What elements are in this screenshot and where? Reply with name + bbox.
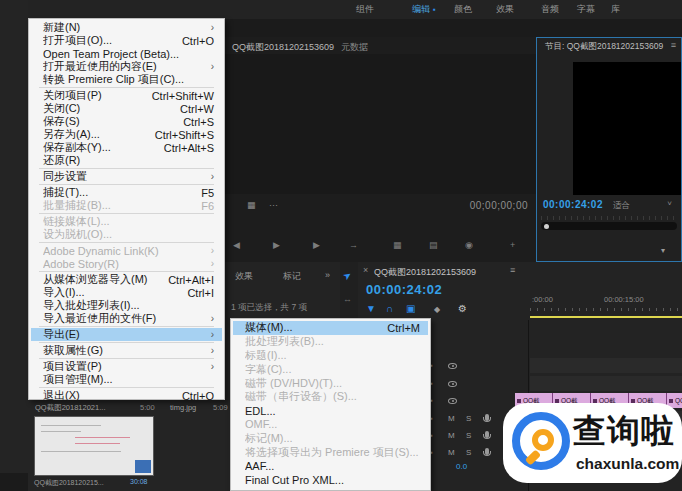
mic-icon[interactable] — [485, 448, 489, 455]
track-visibility-eye-icon[interactable] — [448, 381, 457, 387]
workspace-tab-4[interactable]: 效果 — [496, 3, 514, 16]
file-menu-dropdown: 新建(N)›打开项目(O)...Ctrl+OOpen Team Project … — [28, 18, 225, 400]
menu-item-label: 项目管理(M)... — [43, 372, 214, 387]
overflow-dots-icon[interactable]: ··· — [269, 200, 278, 210]
overwrite-icon[interactable]: ▤ — [429, 240, 438, 250]
clip-frame-icon — [669, 399, 673, 403]
menu-item-shortcut: Ctrl+O — [182, 35, 214, 47]
workspace-tab-3[interactable]: 颜色 — [454, 3, 472, 16]
file-menu-item[interactable]: 导入最近使用的文件(F)› — [31, 312, 222, 325]
file-menu-item[interactable]: 批量捕捉(B)...F6 — [31, 199, 222, 212]
play-icon[interactable]: ▶ — [273, 240, 280, 250]
tab-markers[interactable]: 标记 — [283, 270, 301, 283]
step-forward-icon[interactable]: ▶ — [313, 240, 320, 250]
export-menu-item[interactable]: AAF... — [233, 459, 428, 473]
linked-selection-icon[interactable]: ▣ — [406, 303, 415, 314]
export-menu-item[interactable]: 磁带（串行设备）(S)... — [233, 390, 428, 404]
workspace-tab-1[interactable]: 组件 — [356, 3, 374, 16]
export-menu-item[interactable]: Final Cut Pro XML... — [233, 473, 428, 487]
chevron-down-icon[interactable]: ˅ — [667, 199, 672, 208]
video-track-lane[interactable] — [530, 376, 682, 391]
export-menu-item[interactable]: 批处理列表(B)... — [233, 335, 428, 349]
file-menu-item[interactable]: 同步设置› — [31, 170, 222, 183]
menu-item-shortcut: F5 — [201, 187, 214, 199]
program-scrubber[interactable] — [541, 222, 677, 230]
solo-button[interactable]: S — [466, 431, 471, 440]
file-menu-item[interactable]: 打开项目(O)...Ctrl+O — [31, 34, 222, 47]
playhead-handle[interactable] — [544, 224, 549, 229]
export-menu-item[interactable]: 将选择项导出为 Premiere 项目(S)... — [233, 445, 428, 459]
project-item-name[interactable]: timg.jpg — [170, 403, 196, 412]
submenu-arrow-icon: › — [211, 245, 214, 256]
workspace-tab-7[interactable]: 库 — [611, 3, 620, 16]
export-menu-item[interactable]: 标记(M)... — [233, 431, 428, 445]
export-frame-icon[interactable]: ◉ — [465, 240, 473, 250]
step-back-icon[interactable]: ◀ — [233, 240, 240, 250]
file-menu-item[interactable]: Adobe Story(R)› — [31, 257, 222, 270]
add-button-icon[interactable]: + — [510, 240, 515, 250]
insert-icon[interactable]: ▦ — [393, 240, 402, 250]
workspace-tab-2[interactable]: 编辑▪ — [412, 3, 436, 16]
file-menu-item[interactable]: Adobe Dynamic Link(K)› — [31, 244, 222, 257]
export-menu-item[interactable]: EDL... — [233, 404, 428, 418]
wrench-icon[interactable]: ⚙ — [458, 303, 467, 314]
project-item-name[interactable]: QQ截图201812021... — [35, 403, 105, 413]
mic-icon[interactable] — [485, 431, 489, 438]
menu-item-label: 媒体(M)... — [245, 320, 379, 335]
selected-item-name[interactable]: QQ截图2018120215... — [34, 478, 104, 488]
workspace-menu-square-icon[interactable]: ▪ — [433, 5, 436, 14]
mic-icon[interactable] — [485, 414, 489, 421]
tab-effects[interactable]: 效果 — [235, 270, 253, 283]
export-menu-item[interactable]: 磁带 (DV/HDV)(T)... — [233, 376, 428, 390]
submenu-arrow-icon: › — [211, 329, 214, 340]
close-icon[interactable]: × — [363, 265, 368, 275]
track-visibility-eye-icon[interactable] — [448, 363, 457, 369]
export-menu-item[interactable]: 媒体(M)...Ctrl+M — [233, 321, 428, 335]
export-menu-item[interactable]: OMF... — [233, 418, 428, 432]
program-timecode[interactable]: 00:00:24:02 — [543, 199, 603, 210]
marker-diamond-icon[interactable]: ◆ — [434, 305, 440, 314]
file-menu-item[interactable]: 转换 Premiere Clip 项目(C)... — [31, 73, 222, 86]
mute-button[interactable]: M — [448, 414, 455, 423]
mute-button[interactable]: M — [448, 448, 455, 457]
menu-item-label: 将选择项导出为 Premiere 项目(S)... — [245, 445, 420, 460]
tab-source-clip[interactable]: QQ截图20181202153609 — [232, 41, 334, 54]
tab-metadata[interactable]: 元数据 — [341, 41, 368, 54]
selection-tool-icon[interactable]: ➤ — [341, 269, 354, 283]
file-menu-item[interactable]: 导出(E)› — [31, 328, 222, 341]
menu-item-label: EDL... — [245, 405, 420, 417]
work-area-bar[interactable] — [530, 316, 682, 318]
video-track-lane[interactable] — [530, 358, 682, 373]
settings-grid-icon[interactable]: ▦ — [247, 200, 256, 210]
file-menu-item[interactable]: 获取属性(G)› — [31, 344, 222, 357]
panel-menu-icon[interactable]: ≡ — [510, 265, 515, 275]
solo-button[interactable]: S — [466, 448, 471, 457]
timeline-sequence-tab[interactable]: QQ截图20181202153609 — [374, 266, 476, 279]
workspace-tab-5[interactable]: 音频 — [541, 3, 559, 16]
insert-icon[interactable]: ▼ — [366, 303, 376, 314]
file-menu-item[interactable]: 退出(X)Ctrl+Q — [31, 389, 222, 402]
workspace-tab-6[interactable]: 字幕 — [577, 3, 595, 16]
file-menu-item[interactable]: 还原(R) — [31, 154, 222, 167]
file-menu-item[interactable]: 设为脱机(O)... — [31, 228, 222, 241]
mute-button[interactable]: M — [448, 431, 455, 440]
panel-menu-icon[interactable]: ≡ — [671, 40, 676, 50]
export-menu-item[interactable]: 字幕(C)... — [233, 362, 428, 376]
project-panel: QQ截图201812021... 5:00 timg.jpg 5:09 QQ截图… — [28, 396, 225, 491]
solo-button[interactable]: S — [466, 414, 471, 423]
goto-out-icon[interactable]: → — [349, 240, 358, 250]
project-item-thumbnail[interactable] — [34, 416, 154, 476]
timeline-ruler[interactable] — [530, 308, 682, 311]
timeline-timecode[interactable]: 00:00:24:02 — [366, 282, 442, 297]
track-select-tool-icon[interactable]: ↔ — [343, 294, 352, 304]
menu-item-label: Open Team Project (Beta)... — [43, 48, 214, 60]
snap-magnet-icon[interactable]: ∩ — [386, 303, 393, 314]
audio-level-value[interactable]: 0.0 — [456, 462, 467, 471]
tab-overflow-icon[interactable]: » — [325, 270, 330, 280]
zoom-fit-dropdown[interactable]: 适合 — [613, 200, 630, 212]
export-menu-item[interactable]: 标题(I)... — [233, 349, 428, 363]
track-visibility-eye-icon[interactable] — [448, 398, 457, 404]
menu-item-label: 转换 Premiere Clip 项目(C)... — [43, 72, 214, 87]
marker-icon[interactable]: ▾ — [661, 246, 665, 255]
file-menu-item[interactable]: 项目管理(M)... — [31, 373, 222, 386]
